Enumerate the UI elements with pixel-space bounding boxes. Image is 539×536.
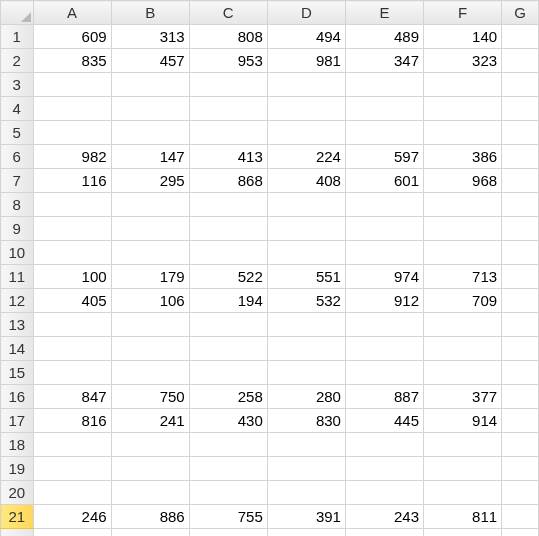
cell-E15[interactable] [345,361,423,385]
cell-E13[interactable] [345,313,423,337]
row-header-18[interactable]: 18 [1,433,34,457]
cell-D6[interactable]: 224 [267,145,345,169]
col-header-C[interactable]: C [189,1,267,25]
cell-F21[interactable]: 811 [424,505,502,529]
cell-B4[interactable] [111,97,189,121]
cell-A11[interactable]: 100 [33,265,111,289]
cell-G15[interactable] [502,361,539,385]
cell-B14[interactable] [111,337,189,361]
cell-G6[interactable] [502,145,539,169]
cell-D8[interactable] [267,193,345,217]
cell-B6[interactable]: 147 [111,145,189,169]
cell-E19[interactable] [345,457,423,481]
row-header-7[interactable]: 7 [1,169,34,193]
cell-A10[interactable] [33,241,111,265]
row-header-4[interactable]: 4 [1,97,34,121]
cell-B7[interactable]: 295 [111,169,189,193]
cell-C19[interactable] [189,457,267,481]
row-header-2[interactable]: 2 [1,49,34,73]
cell-G17[interactable] [502,409,539,433]
col-header-B[interactable]: B [111,1,189,25]
row-header-20[interactable]: 20 [1,481,34,505]
cell-B3[interactable] [111,73,189,97]
row-header-17[interactable]: 17 [1,409,34,433]
cell-G8[interactable] [502,193,539,217]
cell-A20[interactable] [33,481,111,505]
cell-F22[interactable]: 481 [424,529,502,537]
cell-A22[interactable]: 114 [33,529,111,537]
col-header-F[interactable]: F [424,1,502,25]
cell-D5[interactable] [267,121,345,145]
cell-D2[interactable]: 981 [267,49,345,73]
cell-B11[interactable]: 179 [111,265,189,289]
cell-A6[interactable]: 982 [33,145,111,169]
cell-B16[interactable]: 750 [111,385,189,409]
cell-D16[interactable]: 280 [267,385,345,409]
cell-E2[interactable]: 347 [345,49,423,73]
cell-C1[interactable]: 808 [189,25,267,49]
row-header-11[interactable]: 11 [1,265,34,289]
cell-F18[interactable] [424,433,502,457]
cell-D4[interactable] [267,97,345,121]
cell-D1[interactable]: 494 [267,25,345,49]
cell-B18[interactable] [111,433,189,457]
cell-F5[interactable] [424,121,502,145]
cell-F7[interactable]: 968 [424,169,502,193]
col-header-A[interactable]: A [33,1,111,25]
cell-E4[interactable] [345,97,423,121]
cell-E11[interactable]: 974 [345,265,423,289]
cell-D20[interactable] [267,481,345,505]
cell-C21[interactable]: 755 [189,505,267,529]
cell-D17[interactable]: 830 [267,409,345,433]
cell-E14[interactable] [345,337,423,361]
cell-C2[interactable]: 953 [189,49,267,73]
cell-E9[interactable] [345,217,423,241]
cell-D21[interactable]: 391 [267,505,345,529]
cell-A2[interactable]: 835 [33,49,111,73]
cell-C15[interactable] [189,361,267,385]
cell-D15[interactable] [267,361,345,385]
spreadsheet-grid[interactable]: A B C D E F G 16093138084944891402835457… [0,0,539,536]
cell-C7[interactable]: 868 [189,169,267,193]
row-header-15[interactable]: 15 [1,361,34,385]
cell-D22[interactable]: 688 [267,529,345,537]
cell-B15[interactable] [111,361,189,385]
cell-F20[interactable] [424,481,502,505]
row-header-19[interactable]: 19 [1,457,34,481]
cell-C20[interactable] [189,481,267,505]
cell-C6[interactable]: 413 [189,145,267,169]
cell-E21[interactable]: 243 [345,505,423,529]
cell-E5[interactable] [345,121,423,145]
cell-A13[interactable] [33,313,111,337]
cell-A12[interactable]: 405 [33,289,111,313]
col-header-D[interactable]: D [267,1,345,25]
cell-G20[interactable] [502,481,539,505]
cell-F6[interactable]: 386 [424,145,502,169]
col-header-E[interactable]: E [345,1,423,25]
cell-G10[interactable] [502,241,539,265]
cell-C18[interactable] [189,433,267,457]
cell-G22[interactable] [502,529,539,537]
cell-E12[interactable]: 912 [345,289,423,313]
cell-E17[interactable]: 445 [345,409,423,433]
cell-A9[interactable] [33,217,111,241]
cell-C22[interactable]: 989 [189,529,267,537]
cell-G4[interactable] [502,97,539,121]
cell-G2[interactable] [502,49,539,73]
cell-F13[interactable] [424,313,502,337]
cell-D13[interactable] [267,313,345,337]
cell-A3[interactable] [33,73,111,97]
cell-A8[interactable] [33,193,111,217]
cell-C17[interactable]: 430 [189,409,267,433]
cell-A19[interactable] [33,457,111,481]
cell-C5[interactable] [189,121,267,145]
cell-E10[interactable] [345,241,423,265]
cell-F14[interactable] [424,337,502,361]
cell-A4[interactable] [33,97,111,121]
select-all-corner[interactable] [1,1,34,25]
cell-G14[interactable] [502,337,539,361]
row-header-9[interactable]: 9 [1,217,34,241]
cell-C9[interactable] [189,217,267,241]
cell-D11[interactable]: 551 [267,265,345,289]
cell-B17[interactable]: 241 [111,409,189,433]
